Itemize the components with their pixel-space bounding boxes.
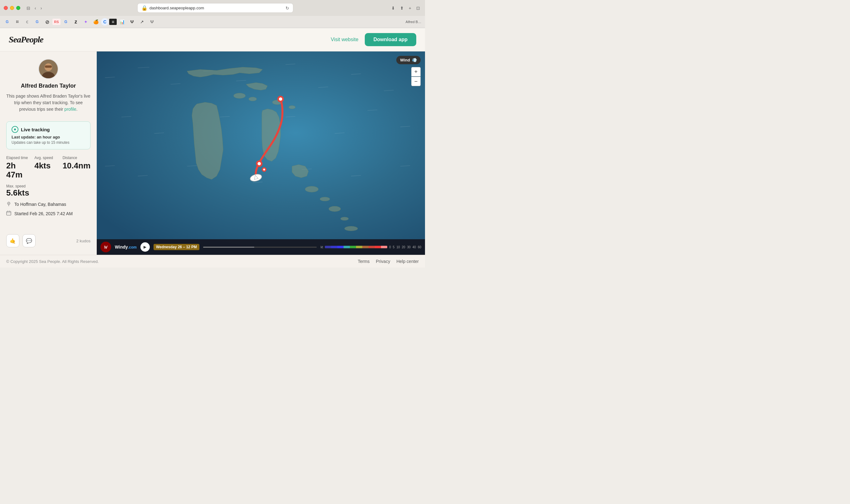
toolbar-bookmark-framer[interactable]: ⌗ bbox=[13, 17, 22, 26]
comment-button[interactable]: 💬 bbox=[22, 234, 36, 247]
calendar-icon bbox=[6, 211, 11, 217]
elapsed-time-value: 2h 47m bbox=[6, 161, 31, 179]
toolbar-bookmark-menu[interactable]: ≡ bbox=[109, 19, 117, 25]
toolbar-bookmark-z[interactable]: Z bbox=[71, 17, 81, 26]
scale-seg-7 bbox=[362, 246, 369, 248]
svg-text:W: W bbox=[104, 245, 108, 250]
sidebar-toggle-button[interactable]: ⊟ bbox=[25, 5, 32, 11]
share-button[interactable]: ⬆ bbox=[399, 5, 405, 11]
zoom-out-button[interactable]: − bbox=[411, 77, 421, 86]
scale-60: 60 bbox=[418, 246, 421, 249]
stat-avg-speed: Avg. speed 4kts bbox=[34, 156, 59, 179]
traffic-lights bbox=[4, 6, 20, 10]
browser-back-button[interactable]: ‹ bbox=[33, 5, 37, 11]
wind-label: Wind bbox=[400, 58, 410, 62]
time-badge: Wednesday 26 – 12 PM bbox=[154, 244, 199, 250]
privacy-link[interactable]: Privacy bbox=[376, 259, 390, 264]
address-bar[interactable]: 🔒 dashboard.seapeopleapp.com ↻ bbox=[137, 3, 293, 13]
svg-rect-4 bbox=[45, 66, 52, 68]
app-footer: © Copyright 2025 Sea People. All Rights … bbox=[0, 255, 425, 268]
visit-website-link[interactable]: Visit website bbox=[331, 37, 358, 42]
svg-point-35 bbox=[289, 106, 295, 109]
toolbar-bookmark-orange[interactable]: 🍊 bbox=[91, 17, 101, 26]
main-content: Alfred Braden Taylor This page shows Alf… bbox=[0, 52, 425, 255]
toolbar-bookmark-g3[interactable]: G bbox=[33, 17, 42, 26]
scale-seg-2 bbox=[331, 246, 337, 248]
scale-seg-4 bbox=[343, 246, 350, 248]
trip-dot2-inner bbox=[263, 168, 265, 170]
started-text: Started Feb 26, 2025 7:42 AM bbox=[14, 211, 73, 216]
browser-titlebar: ⊟ ‹ › 🔒 dashboard.seapeopleapp.com ↻ ⬇ ⬆… bbox=[0, 0, 425, 16]
footer-links: Terms Privacy Help center bbox=[358, 259, 419, 264]
app-header: SeaPeople Visit website Download app bbox=[0, 28, 425, 52]
map-controls: + − bbox=[411, 67, 421, 86]
toolbar-bookmark-chart[interactable]: 📊 bbox=[117, 17, 127, 26]
reload-button[interactable]: ↻ bbox=[285, 6, 289, 11]
toolbar-bookmark-figma[interactable]: ✦ bbox=[81, 17, 90, 26]
toolbar-bookmark-psi2[interactable]: Ψ bbox=[147, 17, 157, 26]
scale-seg-5 bbox=[350, 246, 356, 248]
stats-grid: Elapsed time 2h 47m Avg. speed 4kts Dist… bbox=[6, 156, 90, 179]
traffic-light-red[interactable] bbox=[4, 6, 8, 10]
timeline-progress bbox=[203, 247, 254, 248]
distance-value: 10.4nm bbox=[63, 161, 90, 170]
browser-chrome: ⊟ ‹ › 🔒 dashboard.seapeopleapp.com ↻ ⬇ ⬆… bbox=[0, 0, 425, 28]
traffic-light-green[interactable] bbox=[16, 6, 20, 10]
scale-seg-9 bbox=[375, 246, 381, 248]
scale-seg-8 bbox=[369, 246, 375, 248]
update-note-text: Updates can take up to 15 minutes bbox=[12, 140, 85, 145]
url-text: dashboard.seapeopleapp.com bbox=[149, 6, 204, 10]
copyright-text: © Copyright 2025 Sea People. All Rights … bbox=[6, 259, 99, 264]
left-panel: Alfred Braden Taylor This page shows Alf… bbox=[0, 52, 97, 255]
trip-waypoint-inner bbox=[258, 162, 261, 165]
new-tab-button[interactable]: + bbox=[408, 5, 412, 11]
terms-link[interactable]: Terms bbox=[358, 259, 370, 264]
browser-toolbar: G ⌗ € G ⊘ RS G Z ✦ 🍊 C ≡ 📊 Ψ ↗ Ψ Alfred … bbox=[0, 16, 425, 28]
profile-link[interactable]: profile bbox=[64, 107, 76, 112]
traffic-light-yellow[interactable] bbox=[10, 6, 14, 10]
user-name: Alfred Braden Taylor bbox=[21, 83, 76, 89]
app-logo[interactable]: SeaPeople bbox=[9, 35, 43, 44]
browser-forward-button[interactable]: › bbox=[39, 5, 43, 11]
toolbar-bookmark-slash[interactable]: ⊘ bbox=[42, 17, 52, 26]
stat-max-speed: Max. speed 5.6kts bbox=[6, 184, 90, 197]
svg-point-36 bbox=[305, 186, 318, 192]
toolbar-bookmark-rs[interactable]: RS bbox=[52, 19, 60, 25]
destination-item: To Hoffman Cay, Bahamas bbox=[6, 201, 90, 208]
wind-badge[interactable]: Wind 💨 bbox=[396, 56, 421, 64]
zoom-in-button[interactable]: + bbox=[411, 67, 421, 76]
downloads-button[interactable]: ⬇ bbox=[390, 5, 396, 11]
help-center-link[interactable]: Help center bbox=[396, 259, 419, 264]
toolbar-bookmark-g1[interactable]: G bbox=[2, 17, 12, 26]
svg-rect-7 bbox=[6, 212, 11, 215]
live-tracking-icon bbox=[12, 126, 18, 133]
svg-point-40 bbox=[344, 227, 358, 231]
scale-kt-label: kt bbox=[320, 246, 323, 249]
toolbar-profile-icon[interactable]: Alfred B… bbox=[404, 17, 423, 26]
kudos-button[interactable]: 🤙 bbox=[6, 234, 19, 247]
timeline-bar[interactable] bbox=[203, 247, 317, 248]
wind-scale: kt 0 5 10 bbox=[320, 246, 421, 249]
lock-icon: 🔒 bbox=[141, 5, 147, 11]
toolbar-bookmark-arrow[interactable]: ↗ bbox=[137, 17, 147, 26]
scale-20: 20 bbox=[402, 246, 405, 249]
live-tracking-header: Live tracking bbox=[12, 126, 85, 133]
download-app-button[interactable]: Download app bbox=[365, 33, 416, 46]
user-description: This page shows Alfred Braden Taylor's l… bbox=[6, 93, 90, 113]
map-svg bbox=[97, 52, 425, 255]
windy-logo: W bbox=[101, 242, 111, 252]
toolbar-bookmark-c[interactable]: C bbox=[101, 18, 109, 25]
scale-0: 0 bbox=[389, 246, 391, 249]
tabs-button[interactable]: ⊡ bbox=[415, 5, 421, 11]
svg-point-32 bbox=[234, 93, 246, 98]
max-speed-value: 5.6kts bbox=[6, 188, 90, 197]
wind-badge-icon: 💨 bbox=[412, 58, 417, 62]
svg-point-39 bbox=[341, 217, 349, 220]
scale-seg-6 bbox=[356, 246, 362, 248]
action-buttons: 🤙 💬 bbox=[6, 234, 36, 247]
play-button[interactable]: ▶ bbox=[140, 242, 150, 252]
toolbar-bookmark-g2[interactable]: € bbox=[22, 17, 32, 26]
toolbar-bookmark-psi1[interactable]: Ψ bbox=[127, 17, 137, 26]
scale-seg-10 bbox=[381, 246, 387, 248]
toolbar-bookmark-g4[interactable]: G bbox=[61, 17, 71, 26]
